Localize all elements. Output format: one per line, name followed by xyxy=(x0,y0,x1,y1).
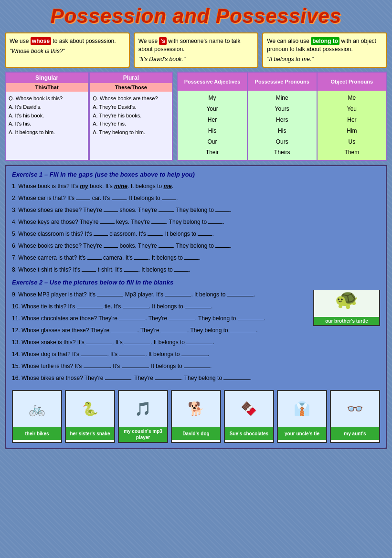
apostrophe-highlight: 's xyxy=(159,37,167,45)
blank-9c xyxy=(227,290,254,296)
singular-plural-tables: Singular This/That Q. Whose book is this… xyxy=(5,72,173,161)
poss-pron-ours: Ours xyxy=(249,137,316,147)
poss-adj-my: My xyxy=(179,93,245,104)
image-card-tie: 👔 your uncle's tie xyxy=(277,390,327,443)
exercise2-line-14: 14. Whose dog is that? It's . It's . It … xyxy=(12,349,380,358)
blank-3a xyxy=(104,205,118,212)
blank-6b xyxy=(159,241,173,248)
blank-9b xyxy=(165,290,191,296)
blank-2c xyxy=(162,193,176,200)
exercise1-line-3: 3. Whose shoes are these? They're shoes.… xyxy=(12,205,380,214)
exercise2-line-16: 16. Whose bikes are those? They're . The… xyxy=(12,373,380,382)
singular-subheader: This/That xyxy=(6,83,88,92)
exercise-area: Exercise 1 – Fill in the gaps (use the b… xyxy=(5,165,387,449)
singular-line-3: A. It's his book. xyxy=(9,112,85,120)
turtle-image: 🐢 xyxy=(314,290,379,317)
plural-line-5: A. They belong to him. xyxy=(93,128,169,137)
snake-image: 🐍 xyxy=(66,391,114,427)
tie-image: 👔 xyxy=(278,391,326,427)
blank-12a xyxy=(111,326,138,332)
turtle-label: our brother's turtle xyxy=(314,317,379,325)
singular-line-2: A. It's David's. xyxy=(9,103,85,112)
blank-11a xyxy=(119,314,145,320)
blank-14c xyxy=(181,349,208,356)
blank-9a xyxy=(97,290,123,296)
blank-6a xyxy=(104,241,118,248)
exercise1-line-1: 1. Whose book is this? It's my book. It'… xyxy=(12,182,380,190)
blank-7b xyxy=(134,253,148,260)
singular-line-1: Q. Whose book is this? xyxy=(9,95,85,103)
singular-line-5: A. It belongs to him. xyxy=(9,128,85,137)
bikes-image: 🚲 xyxy=(13,391,61,427)
poss-adj-her: Her xyxy=(179,115,245,126)
turtle-card: 🐢 our brother's turtle xyxy=(313,290,380,326)
obj-pron-us: Us xyxy=(318,137,385,147)
snake-label: her sister's snake xyxy=(66,427,114,440)
pronouns-grid: Possessive Adjectives My Your Her His Ou… xyxy=(177,72,387,161)
blank-15b xyxy=(122,361,148,368)
image-card-bikes: 🚲 their bikes xyxy=(12,390,62,443)
apostrophe-example: "It's David's book." xyxy=(138,55,254,63)
blank-2b xyxy=(112,193,126,200)
plural-table: Plural These/Those Q. Whose books are th… xyxy=(89,72,173,161)
blank-5a xyxy=(94,229,108,236)
blank-4b xyxy=(151,217,166,224)
blank-14b xyxy=(119,349,145,356)
obj-pron-header: Object Pronouns xyxy=(318,73,386,91)
exercise2-line-15: 15. Whose turtle is this? It's . It's . … xyxy=(12,361,380,370)
blank-10b xyxy=(123,302,149,308)
exercise1-line-4: 4. Whose keys are those? They're keys. T… xyxy=(12,217,380,226)
tie-label: your uncle's tie xyxy=(278,427,326,440)
blank-5b xyxy=(148,229,162,236)
blank-12b xyxy=(161,326,187,332)
blank-16a xyxy=(105,373,131,380)
plural-line-2: A. They're David's. xyxy=(93,103,169,112)
image-card-glasses: 👓 my aunt's xyxy=(330,390,380,443)
plural-line-4: A. They're his. xyxy=(93,120,169,128)
blank-16c xyxy=(223,373,250,380)
poss-adj-header: Possessive Adjectives xyxy=(178,73,246,91)
poss-pron-header: Possessive Pronouns xyxy=(248,73,317,91)
poss-pron-mine: Mine xyxy=(249,93,316,104)
mp3-label: my cousin's mp3 player xyxy=(119,427,167,442)
blank-10c xyxy=(185,302,211,308)
blank-4a xyxy=(100,217,115,224)
poss-pron-his: His xyxy=(249,126,316,137)
obj-pron-him: Him xyxy=(318,126,385,137)
exercise1-line-7: 7. Whose camera is that? It's camera. It… xyxy=(12,253,380,262)
blank-7c xyxy=(184,253,199,260)
images-row: 🚲 their bikes 🐍 her sister's snake 🎵 my … xyxy=(12,390,380,443)
ex1-my: my xyxy=(80,183,88,190)
plural-line-1: Q. Whose books are these? xyxy=(93,95,169,103)
obj-pron-body: Me You Her Him Us Them xyxy=(318,91,386,160)
obj-pron-them: Them xyxy=(318,147,385,158)
blank-11b xyxy=(169,314,195,320)
poss-adj-their: Their xyxy=(179,147,245,158)
poss-adj-our: Our xyxy=(179,137,245,147)
exercise1-line-8: 8. Whose t-shirt is this? It's t-shirt. … xyxy=(12,265,380,274)
info-boxes-row: We use whose to ask about possession. "W… xyxy=(5,32,387,68)
exercise2-line-12: 12. Whose glasses are these? They're . T… xyxy=(12,326,380,335)
possessive-pronouns-col: Possessive Pronouns Mine Yours Hers His … xyxy=(248,72,318,161)
ex1-me: me xyxy=(163,183,171,190)
poss-adj-his: His xyxy=(179,126,245,137)
possessive-adjectives-col: Possessive Adjectives My Your Her His Ou… xyxy=(177,72,247,161)
info-box-belong: We can also use belong to with an object… xyxy=(262,32,387,68)
exercise1-title: Exercise 1 – Fill in the gaps (use the b… xyxy=(12,171,380,178)
exercise2-title: Exercise 2 – Use the pictures below to f… xyxy=(12,279,380,286)
plural-subheader: These/Those xyxy=(90,83,172,92)
bikes-label: their bikes xyxy=(13,427,61,440)
blank-8c xyxy=(174,265,189,272)
exercise2-line-13: 13. Whose snake is this? It's . It's . I… xyxy=(12,337,380,347)
singular-body: Q. Whose book is this? A. It's David's. … xyxy=(6,92,88,139)
blank-13c xyxy=(186,337,212,344)
glasses-label: my aunt's xyxy=(331,427,379,440)
poss-pron-yours: Yours xyxy=(249,104,316,115)
exercise1-line-6: 6. Whose books are these? They're books.… xyxy=(12,241,380,250)
obj-pron-her: Her xyxy=(318,115,385,126)
dog-label: David's dog xyxy=(172,427,220,440)
ex1-mine: mine xyxy=(114,183,127,190)
blank-11c xyxy=(238,314,264,320)
dog-image: 🐕 xyxy=(172,391,220,427)
blank-13a xyxy=(86,337,112,344)
